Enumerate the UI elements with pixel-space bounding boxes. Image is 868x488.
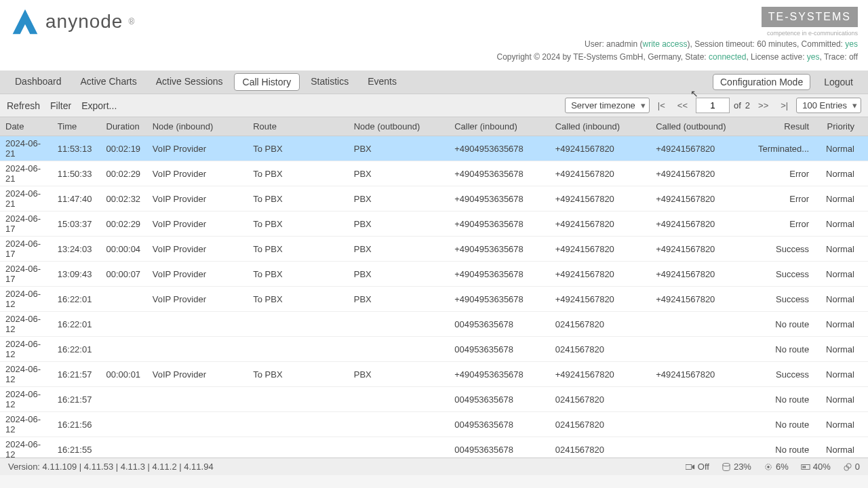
cell-called_in: +49241567820	[550, 161, 651, 186]
cell-called_in: 0241567820	[550, 387, 651, 412]
export-button[interactable]: Export...	[81, 100, 117, 111]
table-row[interactable]: 2024-06-1216:21:570049536356780241567820…	[0, 387, 868, 412]
tab-statistics[interactable]: Statistics	[302, 73, 357, 91]
col-priority[interactable]: Priority	[816, 117, 868, 136]
cell-priority: Normal	[816, 211, 868, 237]
cell-date: 2024-06-17	[0, 237, 52, 262]
cell-route: To PBX	[248, 287, 349, 312]
cell-time: 11:47:40	[52, 186, 101, 211]
cell-node_in: VoIP Provider	[147, 237, 248, 262]
filter-button[interactable]: Filter	[50, 100, 71, 111]
cell-result: Error	[751, 161, 816, 186]
cell-node_in	[147, 312, 248, 337]
cell-caller_in: 004953635678	[449, 312, 550, 337]
access-link[interactable]: write access	[642, 39, 687, 49]
entries-dropdown[interactable]: 100 Entries	[796, 98, 861, 113]
cell-node_out: PBX	[349, 211, 450, 237]
cell-called_in: 0241567820	[550, 337, 651, 362]
next-page-button[interactable]: >>	[754, 99, 772, 112]
cell-caller_in: +4904953635678	[449, 186, 550, 211]
table-row[interactable]: 2024-06-1216:22:010049536356780241567820…	[0, 312, 868, 337]
cell-called_out	[650, 312, 751, 337]
cell-called_in: +49241567820	[550, 211, 651, 237]
cell-time: 11:53:13	[52, 136, 101, 161]
cell-date: 2024-06-21	[0, 136, 52, 161]
cell-called_out: +49241567820	[650, 287, 751, 312]
table-row[interactable]: 2024-06-2111:50:3300:02:29VoIP ProviderT…	[0, 161, 868, 186]
state-value: connected	[709, 52, 746, 62]
warn-icon	[843, 463, 852, 471]
col-called-in[interactable]: Called (inbound)	[550, 117, 651, 136]
cell-time: 13:09:43	[52, 262, 101, 287]
cell-node_in: VoIP Provider	[147, 262, 248, 287]
col-node-in[interactable]: Node (inbound)	[147, 117, 248, 136]
record-icon	[686, 463, 695, 471]
col-result[interactable]: Result	[751, 117, 816, 136]
status-mem: 40%	[801, 462, 831, 472]
of-label: of	[734, 100, 741, 110]
table-row[interactable]: 2024-06-1216:21:550049536356780241567820…	[0, 437, 868, 458]
col-called-out[interactable]: Called (outbound)	[650, 117, 751, 136]
last-page-button[interactable]: >|	[776, 99, 792, 112]
table-row[interactable]: 2024-06-1713:24:0300:00:04VoIP ProviderT…	[0, 237, 868, 262]
trace-value: off	[849, 52, 858, 62]
cell-time: 16:22:01	[52, 287, 101, 312]
cell-priority: Normal	[816, 337, 868, 362]
committed-value[interactable]: yes	[845, 39, 858, 49]
cell-date: 2024-06-12	[0, 437, 52, 458]
cell-called_in: 0241567820	[550, 437, 651, 458]
refresh-button[interactable]: Refresh	[7, 100, 40, 111]
table-row[interactable]: 2024-06-1216:22:010049536356780241567820…	[0, 337, 868, 362]
col-duration[interactable]: Duration	[101, 117, 147, 136]
table-row[interactable]: 2024-06-1216:21:560049536356780241567820…	[0, 412, 868, 437]
cell-called_out: +49241567820	[650, 211, 751, 237]
col-route[interactable]: Route	[248, 117, 349, 136]
table-row[interactable]: 2024-06-1713:09:4300:00:07VoIP ProviderT…	[0, 262, 868, 287]
cell-priority: Normal	[816, 237, 868, 262]
svg-rect-6	[804, 466, 806, 468]
cell-node_out: PBX	[349, 362, 450, 387]
config-mode-button[interactable]: Configuration Mode	[713, 74, 810, 90]
col-time[interactable]: Time	[52, 117, 101, 136]
table-row[interactable]: 2024-06-2111:53:1300:02:19VoIP ProviderT…	[0, 136, 868, 161]
page-input[interactable]	[696, 98, 730, 113]
cell-node_in: VoIP Provider	[147, 362, 248, 387]
cell-called_out: +49241567820	[650, 136, 751, 161]
table-row[interactable]: 2024-06-2111:47:4000:02:32VoIP ProviderT…	[0, 186, 868, 211]
first-page-button[interactable]: |<	[654, 99, 669, 112]
cell-result: No route	[751, 312, 816, 337]
table-row[interactable]: 2024-06-1715:03:3700:02:29VoIP ProviderT…	[0, 211, 868, 237]
tab-active-sessions[interactable]: Active Sessions	[148, 73, 231, 91]
committed-label: Committed:	[802, 39, 843, 49]
cell-node_in	[147, 412, 248, 437]
tab-dashboard[interactable]: Dashboard	[7, 73, 70, 91]
table-row[interactable]: 2024-06-1216:22:01VoIP ProviderTo PBXPBX…	[0, 287, 868, 312]
logout-button[interactable]: Logout	[816, 74, 861, 90]
cell-called_in: 0241567820	[550, 412, 651, 437]
cell-caller_in: 004953635678	[449, 437, 550, 458]
cell-date: 2024-06-12	[0, 312, 52, 337]
prev-page-button[interactable]: <<	[673, 99, 692, 112]
tab-events[interactable]: Events	[359, 73, 405, 91]
col-node-out[interactable]: Node (outbound)	[349, 117, 450, 136]
cell-duration	[101, 412, 147, 437]
cell-node_out: PBX	[349, 161, 450, 186]
cell-node_out: PBX	[349, 287, 450, 312]
header: anynode ® TE-SYSTEMS competence in e-com…	[0, 0, 868, 70]
timezone-dropdown[interactable]: Server timezone	[565, 98, 650, 113]
cell-date: 2024-06-12	[0, 412, 52, 437]
cell-called_in: +49241567820	[550, 287, 651, 312]
cell-route: To PBX	[248, 262, 349, 287]
tab-active-charts[interactable]: Active Charts	[73, 73, 145, 91]
cell-route: To PBX	[248, 186, 349, 211]
cell-node_out: PBX	[349, 237, 450, 262]
col-date[interactable]: Date	[0, 117, 52, 136]
tab-call-history[interactable]: Call History	[234, 73, 300, 91]
table-row[interactable]: 2024-06-1216:21:5700:00:01VoIP ProviderT…	[0, 362, 868, 387]
col-caller-in[interactable]: Caller (inbound)	[449, 117, 550, 136]
status-disk: 23%	[722, 462, 751, 472]
table-scroll[interactable]: Date Time Duration Node (inbound) Route …	[0, 117, 868, 458]
cell-node_in	[147, 387, 248, 412]
tab-bar: Dashboard Active Charts Active Sessions …	[0, 70, 868, 94]
vendor-tag: competence in e-communications	[497, 28, 859, 38]
